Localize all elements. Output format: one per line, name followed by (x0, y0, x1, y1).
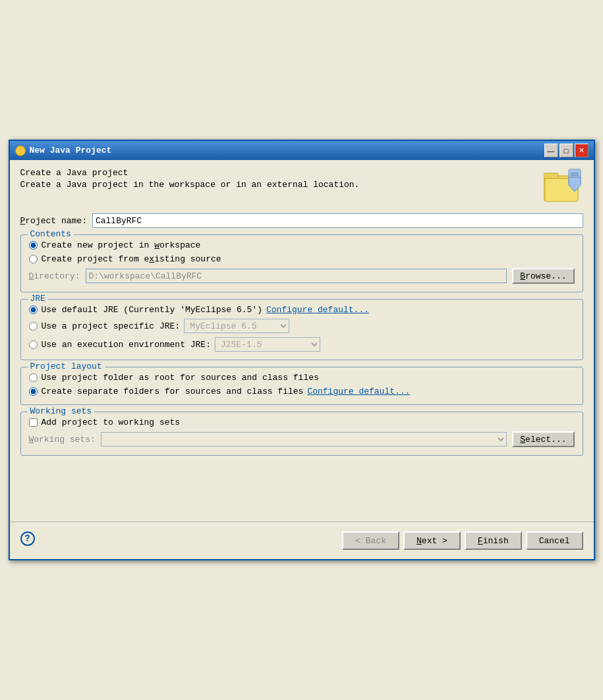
create-existing-radio[interactable] (29, 255, 38, 263)
create-in-workspace-row: Create new project in workspace (29, 240, 575, 250)
directory-row: Directory: Browse... (29, 268, 575, 284)
browse-button[interactable]: Browse... (512, 268, 574, 284)
jre-section: JRE Use default JRE (Currently 'MyEclips… (20, 299, 583, 360)
jre-legend: JRE (28, 294, 48, 304)
execution-env-select[interactable]: J2SE-1.5 (215, 337, 320, 352)
title-bar: New Java Project — □ ✕ (10, 141, 594, 160)
contents-legend: Contents (28, 229, 74, 239)
create-workspace-radio[interactable] (29, 241, 38, 250)
default-jre-row: Use default JRE (Currently 'MyEclipse 6.… (29, 305, 575, 315)
configure-default-link[interactable]: Configure default... (266, 305, 369, 315)
select-button[interactable]: Select... (512, 431, 574, 447)
execution-env-label: Use an execution environment JRE: (42, 340, 211, 350)
execution-env-row: Use an execution environment JRE: J2SE-1… (29, 337, 575, 352)
add-working-sets-checkbox[interactable] (29, 418, 38, 427)
bottom-buttons: ? < Back Next > Finish Cancel (10, 522, 594, 559)
specific-jre-select[interactable]: MyEclipse 6.5 (184, 319, 289, 333)
create-existing-label: Create project from existing source (42, 254, 221, 264)
project-name-row: Project name: (20, 213, 583, 228)
layout-section: Project layout Use project folder as roo… (20, 367, 583, 405)
working-sets-row: Working sets: Select... (29, 431, 575, 447)
java-icon (15, 146, 26, 156)
header-title: Create a Java project (20, 168, 544, 178)
next-label: ext > (422, 536, 447, 546)
separate-folders-row: Create separate folders for sources and … (29, 387, 575, 396)
execution-env-radio[interactable] (29, 340, 38, 349)
window-title: New Java Project (30, 146, 112, 155)
new-java-project-dialog: New Java Project — □ ✕ Create a Java pro… (9, 140, 595, 560)
directory-input (86, 269, 507, 283)
project-folder-row: Use project folder as root for sources a… (29, 373, 575, 383)
add-working-sets-label: Add project to working sets (42, 417, 181, 427)
finish-button[interactable]: Finish (465, 531, 522, 550)
specific-jre-row: Use a project specific JRE: MyEclipse 6.… (29, 319, 575, 333)
working-sets-label: Working sets: (29, 435, 96, 444)
title-bar-left: New Java Project (15, 146, 112, 156)
spacer (20, 462, 583, 515)
separate-folders-radio[interactable] (29, 387, 38, 396)
create-workspace-label: Create new project in workspace (42, 240, 201, 250)
svg-rect-1 (544, 173, 558, 178)
directory-label: Directory: (29, 271, 80, 281)
working-sets-legend: Working sets (28, 406, 95, 416)
specific-jre-radio[interactable] (29, 322, 38, 331)
layout-configure-link[interactable]: Configure default... (307, 387, 410, 396)
add-to-working-sets-row: Add project to working sets (29, 417, 575, 427)
layout-legend: Project layout (28, 362, 105, 371)
minimize-button[interactable]: — (544, 144, 558, 157)
project-folder-radio[interactable] (29, 373, 38, 382)
close-button[interactable]: ✕ (575, 144, 589, 157)
cancel-button[interactable]: Cancel (526, 531, 583, 550)
default-jre-label: Use default JRE (Currently 'MyEclipse 6.… (42, 305, 262, 315)
specific-jre-label: Use a project specific JRE: (42, 321, 181, 331)
header-subtitle: Create a Java project in the workspace o… (20, 180, 544, 190)
project-name-input[interactable] (92, 213, 583, 228)
next-button[interactable]: Next > (403, 531, 461, 550)
back-button[interactable]: < Back (342, 531, 399, 550)
separate-folders-label: Create separate folders for sources and … (42, 387, 304, 396)
cancel-label: Cancel (539, 536, 570, 546)
create-existing-row: Create project from existing source (29, 254, 575, 264)
contents-section: Contents Create new project in workspace… (20, 234, 583, 292)
project-name-label: Project name: (20, 216, 87, 226)
working-sets-section: Working sets Add project to working sets… (20, 412, 583, 456)
working-sets-select[interactable] (101, 432, 507, 446)
folder-icon (544, 168, 583, 204)
project-folder-label: Use project folder as root for sources a… (42, 373, 319, 383)
header-text: Create a Java project Create a Java proj… (20, 168, 544, 190)
help-button[interactable]: ? (20, 531, 35, 546)
back-label: < Back (355, 536, 386, 546)
default-jre-radio[interactable] (29, 306, 38, 314)
finish-label: inish (483, 536, 509, 546)
header-section: Create a Java project Create a Java proj… (20, 168, 583, 204)
title-bar-buttons: — □ ✕ (544, 144, 589, 157)
maximize-button[interactable]: □ (560, 144, 573, 157)
dialog-content: Create a Java project Create a Java proj… (10, 160, 594, 515)
